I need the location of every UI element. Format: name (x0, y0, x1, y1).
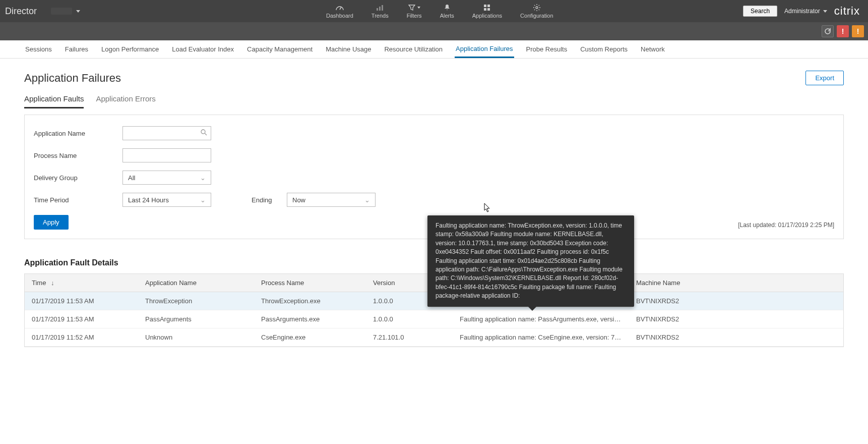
site-name-placeholder (51, 8, 72, 15)
bars-icon (376, 4, 384, 12)
process-name-label: Process Name (34, 152, 122, 159)
ending-label: Ending (252, 196, 287, 204)
cell: ThrowException.exe (254, 292, 366, 310)
cell: BVT\NIXRDS2 (629, 292, 843, 310)
sec-tab-network[interactable]: Network (640, 41, 666, 57)
svg-rect-5 (487, 5, 490, 7)
time-period-select[interactable]: Last 24 Hours ⌄ (122, 193, 211, 207)
topnav-label: Configuration (520, 13, 553, 19)
select-value: Last 24 Hours (128, 196, 169, 204)
time-period-label: Time Period (34, 196, 122, 204)
cell: Unknown (138, 328, 254, 346)
process-name-input[interactable] (122, 148, 211, 162)
refresh-icon (824, 28, 831, 35)
cell: PassArguments.exe (254, 310, 366, 328)
cell: 01/17/2019 11:53 AM (25, 310, 138, 328)
topnav-dashboard[interactable]: Dashboard (317, 0, 362, 22)
sec-tab-sessions[interactable]: Sessions (24, 41, 53, 57)
topnav-trends[interactable]: Trends (362, 0, 398, 22)
topnav-applications[interactable]: Applications (463, 0, 511, 22)
svg-rect-1 (377, 8, 378, 11)
svg-rect-6 (484, 8, 486, 11)
cell: BVT\NIXRDS2 (629, 310, 843, 328)
app-title: Director (0, 6, 46, 17)
cell: ThrowException (138, 292, 254, 310)
sub-tab-application-faults[interactable]: Application Faults (24, 94, 84, 108)
col-header-time[interactable]: Time ↓ (25, 274, 138, 292)
site-dropdown[interactable] (46, 7, 85, 16)
ending-select[interactable]: Now ⌄ (287, 193, 376, 207)
topnav-label: Filters (407, 13, 422, 19)
critical-alert-indicator[interactable]: ! (837, 25, 849, 37)
cell: PassArguments (138, 310, 254, 328)
select-value: All (128, 174, 135, 182)
cell: Faulting application name: CseEngine.exe… (453, 328, 629, 346)
chevron-down-icon: ⌄ (364, 196, 370, 204)
sec-tab-application-failures[interactable]: Application Failures (455, 41, 514, 58)
admin-label: Administrator (784, 8, 820, 15)
chevron-down-icon: ⌄ (200, 196, 206, 204)
gauge-icon (335, 4, 344, 12)
bell-icon (444, 4, 451, 12)
svg-rect-7 (487, 8, 490, 11)
page-title: Application Failures (24, 72, 121, 85)
grid-icon (483, 4, 490, 12)
topnav-alerts[interactable]: Alerts (431, 0, 463, 22)
cell: CseEngine.exe (254, 328, 366, 346)
delivery-group-label: Delivery Group (34, 174, 122, 182)
sec-tab-custom-reports[interactable]: Custom Reports (579, 41, 629, 57)
cell: Faulting application name: PassArguments… (453, 310, 629, 328)
app-name-label: Application Name (34, 130, 122, 137)
topnav-label: Trends (371, 13, 389, 19)
administrator-menu[interactable]: Administrator (784, 8, 827, 15)
sec-tab-resource-utilization[interactable]: Resource Utilization (383, 41, 444, 57)
cell: 7.21.101.0 (366, 328, 453, 346)
topnav-label: Applications (472, 13, 502, 19)
svg-rect-3 (382, 5, 383, 11)
chevron-down-icon: ⌄ (200, 174, 206, 182)
filter-icon (408, 4, 415, 12)
sec-tab-probe-results[interactable]: Probe Results (525, 41, 569, 57)
cell: 01/17/2019 11:52 AM (25, 328, 138, 346)
topnav-filters[interactable]: Filters (398, 0, 431, 22)
svg-line-0 (340, 7, 341, 10)
cell: 1.0.0.0 (366, 310, 453, 328)
sec-tab-machine-usage[interactable]: Machine Usage (325, 41, 372, 57)
sort-desc-icon: ↓ (51, 279, 54, 287)
col-header-proc[interactable]: Process Name (254, 274, 366, 292)
cell: 01/17/2019 11:53 AM (25, 292, 138, 310)
table-row[interactable]: 01/17/2019 11:52 AMUnknownCseEngine.exe7… (25, 328, 843, 347)
last-updated-label: [Last updated: 01/17/2019 2:25 PM] (738, 221, 834, 229)
table-row[interactable]: 01/17/2019 11:53 AMPassArgumentsPassArgu… (25, 310, 843, 328)
col-header-app[interactable]: Application Name (138, 274, 254, 292)
sec-tab-capacity-management[interactable]: Capacity Management (246, 41, 314, 57)
svg-rect-2 (379, 7, 381, 11)
select-value: Now (292, 196, 305, 204)
topnav-label: Dashboard (326, 13, 353, 19)
description-tooltip: Faulting application name: ThrowExceptio… (427, 215, 634, 307)
svg-rect-4 (484, 5, 486, 7)
chevron-down-icon (823, 10, 827, 13)
sec-tab-logon-performance[interactable]: Logon Performance (100, 41, 160, 57)
warning-alert-indicator[interactable]: ! (852, 25, 864, 37)
topnav-label: Alerts (440, 13, 454, 19)
sub-tab-application-errors[interactable]: Application Errors (96, 94, 155, 108)
gear-icon (533, 4, 540, 12)
cell: BVT\NIXRDS2 (629, 328, 843, 346)
export-button[interactable]: Export (805, 71, 844, 85)
app-name-input[interactable] (122, 126, 211, 140)
chevron-down-icon (76, 10, 80, 13)
topnav-configuration[interactable]: Configuration (511, 0, 562, 22)
apply-button[interactable]: Apply (34, 215, 69, 230)
brand-logo: citrix (834, 5, 860, 18)
sec-tab-load-evaluator-index[interactable]: Load Evaluator Index (171, 41, 235, 57)
chevron-down-icon (417, 7, 420, 9)
col-header-mach[interactable]: Machine Name (629, 274, 843, 292)
search-button[interactable]: Search (743, 6, 777, 17)
delivery-group-select[interactable]: All ⌄ (122, 171, 211, 185)
sec-tab-failures[interactable]: Failures (64, 41, 89, 57)
svg-point-8 (536, 7, 538, 9)
refresh-button[interactable] (822, 25, 834, 37)
